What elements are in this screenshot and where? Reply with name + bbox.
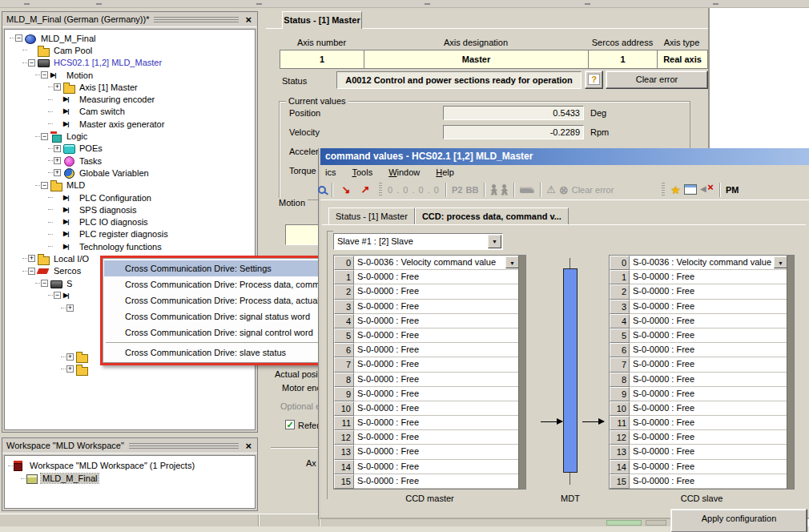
row-value[interactable]: S-0-0000 : Free (630, 416, 787, 430)
row-value[interactable]: S-0-0000 : Free (354, 474, 519, 489)
tree-item[interactable]: −▶|Technology functions (6, 240, 255, 252)
expand-icon[interactable]: + (66, 304, 74, 312)
expand-icon[interactable]: + (66, 353, 74, 361)
workspace-item[interactable]: MLD_M_Final (5, 472, 255, 485)
mute-speaker-icon[interactable] (700, 184, 714, 195)
row-value[interactable]: S-0-0000 : Free (354, 270, 519, 284)
tree-item[interactable]: −▶|SPS diagnosis (6, 204, 255, 216)
menubar-item[interactable]: Window (388, 167, 420, 177)
menu-item[interactable]: Cross Communication Drive: signal contro… (104, 324, 321, 341)
chevron-down-icon[interactable]: ▼ (488, 235, 501, 248)
tab-status-master[interactable]: Status - [1] Master (328, 208, 415, 224)
collapse-icon[interactable]: − (41, 280, 48, 287)
row-value[interactable]: S-0-0000 : Free (630, 357, 787, 372)
tree-item[interactable]: +Axis [1] Master (6, 81, 255, 93)
tab-ccd-process-data[interactable]: CCD: process data, command v... (415, 208, 569, 224)
row-value[interactable]: S-0-0000 : Free (354, 284, 519, 299)
tree-item[interactable]: −MLD_M_Final (6, 32, 255, 44)
row-value[interactable]: S-0-0000 : Free (630, 343, 787, 357)
collapse-icon[interactable]: − (15, 34, 22, 42)
workspace-item[interactable]: Workspace "MLD Workspace" (1 Projects) (5, 459, 255, 472)
menu-item[interactable]: Cross Communication Drive: signal status… (104, 308, 321, 324)
tab-status-master[interactable]: Status - [1] Master (282, 11, 362, 29)
axis-table-row[interactable]: 1 Master 1 Real axis (280, 50, 708, 69)
row-value[interactable]: S-0-0000 : Free (630, 284, 787, 299)
row-value[interactable]: S-0-0000 : Free (630, 270, 787, 284)
row-value[interactable]: S-0-0000 : Free (354, 460, 519, 474)
tree-item[interactable]: −HCS02.1 [1,2] MLD_Master (6, 57, 255, 69)
row-value[interactable]: S-0-0036 : Velocity command value▼ (630, 256, 787, 270)
collapse-icon[interactable]: − (41, 182, 48, 189)
upload-arrow-icon[interactable]: ↗ (357, 183, 373, 195)
clear-error-button[interactable]: Clear error (606, 71, 708, 89)
row-value[interactable]: S-0-0000 : Free (354, 387, 519, 401)
row-value[interactable]: S-0-0000 : Free (354, 328, 519, 343)
warning-icon[interactable]: ⚠ (546, 183, 556, 195)
phase-p2-button[interactable]: P2 (452, 185, 462, 195)
tree-item[interactable]: +Globale Variablen (6, 167, 255, 179)
tree-item[interactable]: −MLD (6, 179, 255, 191)
tree-item[interactable]: +POEs (6, 143, 255, 155)
easy-mode-icon[interactable] (490, 184, 497, 195)
menu-item[interactable]: Cross Communication Drive: Settings (104, 260, 321, 276)
menubar-item[interactable]: Tools (352, 167, 372, 177)
tree-item[interactable]: −▶|Master axis generator (6, 118, 255, 130)
row-value[interactable]: S-0-0000 : Free (630, 373, 787, 387)
tree-item[interactable]: −▶|Measuring encoder (6, 93, 255, 105)
reference-checkbox[interactable]: ✓ (285, 420, 295, 429)
collapse-icon[interactable]: − (28, 59, 35, 66)
clear-error-toolbar-label[interactable]: Clear error (572, 185, 614, 195)
expert-mode-icon[interactable] (501, 184, 508, 195)
collapse-icon[interactable]: − (41, 133, 48, 140)
tree-item[interactable]: −Cam Pool (6, 44, 255, 56)
error-clear-icon[interactable]: ⊗ (559, 183, 569, 196)
collapse-icon[interactable]: − (28, 268, 35, 275)
menubar-item[interactable]: ics (325, 167, 336, 177)
tree-item[interactable]: −▶|Cam switch (6, 106, 255, 118)
collapse-icon[interactable]: − (54, 292, 61, 299)
row-value[interactable]: S-0-0000 : Free (354, 416, 519, 430)
row-value[interactable]: S-0-0000 : Free (630, 460, 787, 474)
expand-icon[interactable]: + (54, 169, 61, 176)
menu-item[interactable]: Cross Communication Drive: Process data,… (104, 276, 321, 292)
panel-grip[interactable] (129, 443, 239, 449)
expand-icon[interactable]: + (54, 145, 61, 152)
row-value[interactable]: S-0-0000 : Free (630, 445, 787, 459)
drive-icon[interactable] (520, 187, 534, 193)
dropdown-arrow-icon[interactable]: ▼ (505, 256, 519, 268)
tree-item[interactable]: −▶|Motion (6, 69, 255, 81)
dropdown-arrow-icon[interactable]: ▼ (774, 256, 787, 268)
expand-icon[interactable]: + (28, 255, 35, 262)
axis-button-fragment[interactable]: Ax (306, 458, 316, 468)
workspace-panel-titlebar[interactable]: Workspace "MLD Workspace" × (2, 438, 257, 453)
expand-icon[interactable]: + (66, 365, 74, 373)
parameter-list-icon[interactable] (684, 184, 697, 195)
row-value[interactable]: S-0-0000 : Free (630, 430, 787, 445)
expand-icon[interactable]: + (54, 83, 61, 91)
tree-item[interactable]: +Tasks (6, 155, 255, 167)
row-value[interactable]: S-0-0036 : Velocity command value▼ (354, 256, 519, 270)
tree-item[interactable]: −Logic (6, 130, 255, 142)
slave-selector-dropdown[interactable]: Slave #1 : [2] Slave ▼ (333, 233, 503, 250)
download-arrow-icon[interactable]: ↘ (338, 183, 354, 195)
row-value[interactable]: S-0-0000 : Free (630, 401, 787, 416)
row-value[interactable]: S-0-0000 : Free (630, 300, 787, 314)
row-value[interactable]: S-0-0000 : Free (354, 401, 519, 416)
menu-item[interactable]: Cross Communication Drive: slave status (104, 345, 321, 361)
row-value[interactable]: S-0-0000 : Free (354, 314, 519, 328)
row-value[interactable]: S-0-0000 : Free (354, 445, 519, 459)
row-value[interactable]: S-0-0000 : Free (354, 343, 519, 357)
row-value[interactable]: S-0-0000 : Free (630, 328, 787, 343)
collapse-icon[interactable]: − (41, 71, 48, 79)
panel-grip[interactable] (154, 17, 239, 23)
row-value[interactable]: S-0-0000 : Free (630, 387, 787, 401)
expand-icon[interactable]: + (54, 157, 61, 164)
row-value[interactable]: S-0-0000 : Free (630, 474, 787, 489)
row-value[interactable]: S-0-0000 : Free (354, 430, 519, 445)
tree-item[interactable]: −▶|PLC IO diagnosis (6, 216, 255, 228)
tree-item[interactable]: −▶|PLC Configuration (6, 191, 255, 204)
menubar-item[interactable]: Help (436, 167, 454, 177)
favorites-star-icon[interactable]: ★ (670, 183, 681, 196)
tree-item[interactable]: −▶|PLC register diagnosis (6, 228, 255, 240)
help-icon[interactable]: ? (585, 71, 603, 89)
